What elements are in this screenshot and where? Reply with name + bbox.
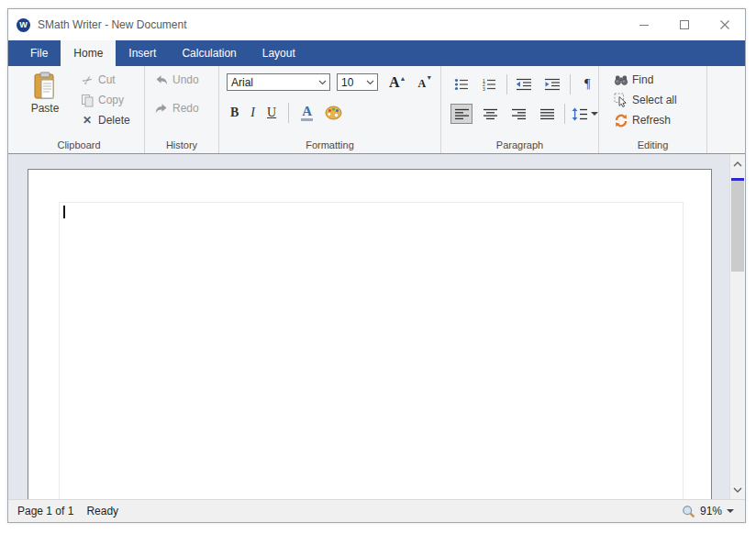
- tab-file[interactable]: File: [17, 40, 61, 66]
- chevron-down-icon: [733, 487, 742, 493]
- window-title: SMath Writer - New Document: [38, 18, 187, 31]
- close-button[interactable]: [705, 9, 745, 40]
- chevron-up-icon: [733, 161, 742, 167]
- refresh-icon: [614, 113, 628, 128]
- underline-button[interactable]: U: [267, 106, 276, 120]
- bold-button[interactable]: B: [230, 106, 239, 120]
- scroll-up-button[interactable]: [730, 156, 745, 172]
- formatting-group-label: Formatting: [219, 138, 440, 153]
- copy-label: Copy: [98, 94, 124, 106]
- group-editing: Find Select all: [599, 66, 707, 153]
- paste-button[interactable]: Paste: [23, 72, 67, 138]
- ribbon-tab-bar: File Home Insert Calculation Layout: [8, 40, 745, 66]
- window-controls: [624, 9, 745, 40]
- scroll-down-button[interactable]: [730, 482, 745, 497]
- tab-home[interactable]: Home: [61, 40, 116, 66]
- maximize-icon: [679, 19, 690, 30]
- numbered-list-button[interactable]: 123: [478, 74, 499, 95]
- undo-label: Undo: [172, 73, 199, 86]
- grow-font-button[interactable]: A ▲: [389, 76, 406, 89]
- font-family-value: Arial: [231, 76, 318, 89]
- status-bar: Page 1 of 1 Ready 91%: [8, 499, 745, 522]
- undo-button[interactable]: Undo: [154, 72, 199, 87]
- clipboard-group-label: Clipboard: [14, 138, 144, 153]
- copy-button[interactable]: Copy: [80, 93, 130, 107]
- font-size-select[interactable]: 10: [337, 73, 378, 91]
- bullet-list-icon: [454, 78, 469, 91]
- pilcrow-icon: ¶: [584, 77, 590, 92]
- document-area: [8, 154, 745, 499]
- decrease-indent-icon: [516, 78, 532, 91]
- align-left-button[interactable]: [450, 104, 472, 124]
- bullet-list-button[interactable]: [450, 74, 472, 95]
- tab-calculation[interactable]: Calculation: [169, 40, 249, 66]
- undo-icon: [154, 72, 169, 87]
- find-icon: [614, 72, 628, 87]
- maximize-button[interactable]: [664, 9, 705, 40]
- delete-icon: ✕: [80, 113, 94, 128]
- select-all-icon: [614, 93, 628, 107]
- ribbon: Paste ✂ Cut Copy ✕ Delete: [8, 66, 745, 154]
- italic-button[interactable]: I: [250, 106, 255, 120]
- grow-caret-icon: ▲: [400, 76, 406, 83]
- font-family-select[interactable]: Arial: [227, 73, 330, 91]
- cut-icon: ✂: [80, 72, 94, 87]
- text-region[interactable]: [59, 202, 684, 499]
- align-right-button[interactable]: [507, 104, 529, 124]
- chevron-down-icon: [366, 80, 374, 85]
- highlight-palette-button[interactable]: [325, 106, 342, 120]
- find-button[interactable]: Find: [614, 72, 677, 87]
- tab-insert[interactable]: Insert: [116, 40, 169, 66]
- align-right-icon: [511, 108, 527, 120]
- cut-button[interactable]: ✂ Cut: [80, 72, 130, 87]
- line-spacing-icon: [572, 107, 588, 121]
- increase-indent-button[interactable]: [541, 74, 562, 95]
- paste-label: Paste: [31, 102, 60, 115]
- zoom-control[interactable]: 91%: [682, 505, 734, 518]
- page-info: Page 1 of 1: [17, 505, 73, 517]
- align-center-button[interactable]: [479, 104, 501, 124]
- group-formatting: Arial 10 A ▲ A ▼: [219, 66, 441, 153]
- font-size-value: 10: [341, 76, 366, 89]
- justify-button[interactable]: [536, 104, 558, 124]
- separator: [288, 103, 289, 123]
- redo-button[interactable]: Redo: [154, 101, 199, 116]
- paste-icon: [32, 72, 58, 100]
- minimize-button[interactable]: [624, 9, 664, 40]
- increase-indent-icon: [544, 78, 561, 91]
- scrollbar-thumb[interactable]: [731, 181, 744, 272]
- app-window: W SMath Writer - New Document File Home …: [7, 8, 746, 523]
- select-all-label: Select all: [632, 94, 677, 106]
- copy-icon: [80, 93, 94, 107]
- title-bar: W SMath Writer - New Document: [8, 9, 745, 40]
- document-page[interactable]: [28, 169, 712, 499]
- app-logo-icon: W: [17, 18, 30, 32]
- font-color-button[interactable]: A: [301, 105, 313, 121]
- history-group-label: History: [145, 138, 218, 153]
- shrink-font-button[interactable]: A ▼: [418, 75, 433, 89]
- line-spacing-button[interactable]: [572, 107, 598, 121]
- zoom-value: 91%: [700, 505, 722, 517]
- magnifier-icon: [682, 505, 695, 518]
- group-clipboard: Paste ✂ Cut Copy ✕ Delete: [14, 66, 145, 153]
- palette-icon: [325, 106, 342, 120]
- find-label: Find: [632, 73, 653, 86]
- tab-layout[interactable]: Layout: [250, 40, 308, 66]
- align-center-icon: [483, 108, 498, 120]
- vertical-scrollbar[interactable]: [729, 154, 745, 499]
- decrease-indent-button[interactable]: [514, 74, 535, 95]
- redo-label: Redo: [172, 102, 199, 115]
- group-history: Undo Redo History: [145, 66, 219, 153]
- redo-icon: [154, 101, 169, 116]
- zoom-dropdown-caret[interactable]: [727, 509, 734, 513]
- show-paragraph-marks-button[interactable]: ¶: [577, 74, 598, 95]
- shrink-font-icon: A: [418, 78, 427, 89]
- refresh-button[interactable]: Refresh: [614, 113, 677, 128]
- close-icon: [719, 19, 730, 30]
- select-all-button[interactable]: Select all: [614, 93, 677, 107]
- justify-icon: [539, 108, 555, 120]
- chevron-down-icon: [591, 112, 598, 116]
- numbered-list-icon: 123: [482, 78, 496, 91]
- delete-button[interactable]: ✕ Delete: [80, 113, 130, 128]
- cut-label: Cut: [98, 73, 116, 86]
